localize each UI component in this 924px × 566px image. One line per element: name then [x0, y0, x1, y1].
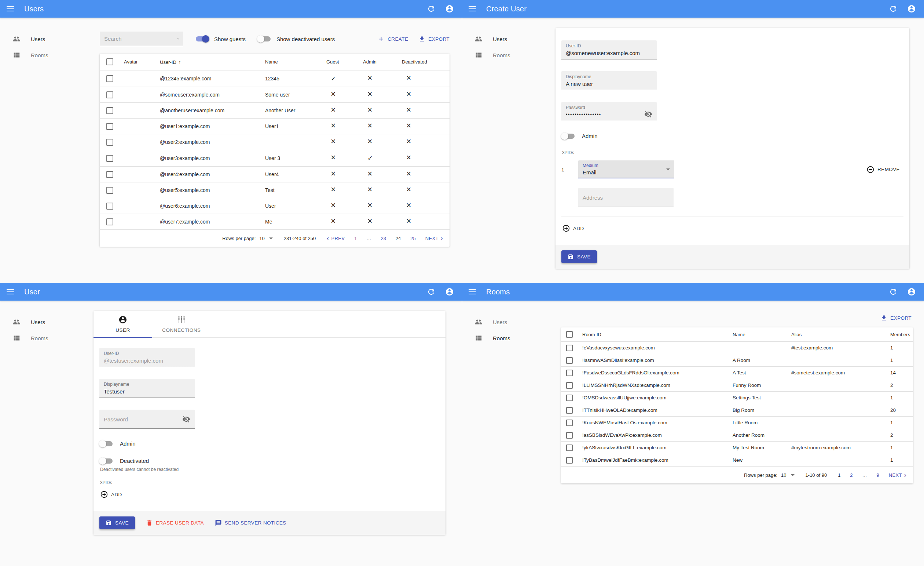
- row-checkbox[interactable]: [566, 370, 573, 376]
- show-guests-toggle[interactable]: [196, 36, 208, 42]
- row-checkbox[interactable]: [566, 420, 573, 426]
- row-checkbox[interactable]: [566, 345, 573, 351]
- row-checkbox[interactable]: [566, 382, 573, 389]
- rows-per-page-select[interactable]: Rows per page: 10: [744, 473, 795, 478]
- row-checkbox[interactable]: [106, 187, 113, 194]
- sidebar-item-rooms[interactable]: Rooms: [0, 47, 88, 63]
- row-checkbox[interactable]: [106, 139, 113, 146]
- password-field[interactable]: Password ••••••••••••••••: [561, 102, 657, 121]
- refresh-icon[interactable]: [427, 288, 436, 296]
- sidebar-item-rooms[interactable]: Rooms: [462, 330, 550, 346]
- next-button[interactable]: NEXT›: [889, 473, 906, 478]
- column-header-admin[interactable]: Admin: [360, 54, 399, 71]
- save-button[interactable]: SAVE: [561, 250, 597, 263]
- row-checkbox[interactable]: [106, 107, 113, 114]
- row-checkbox[interactable]: [566, 394, 573, 401]
- row-checkbox[interactable]: [106, 75, 113, 82]
- table-row[interactable]: @user6:example.comUser×××: [100, 198, 450, 214]
- page-number[interactable]: 25: [410, 236, 416, 241]
- export-button[interactable]: EXPORT: [418, 36, 450, 42]
- column-header-members[interactable]: Members: [887, 327, 913, 342]
- row-checkbox[interactable]: [106, 92, 113, 98]
- erase-user-data-button[interactable]: ERASE USER DATA: [146, 519, 204, 526]
- displayname-field[interactable]: Displayname Testuser: [99, 379, 195, 398]
- page-number[interactable]: 2: [850, 473, 852, 478]
- next-button[interactable]: NEXT›: [425, 236, 443, 241]
- hamburger-menu-icon[interactable]: [469, 6, 476, 11]
- table-row[interactable]: @user5:example.comTest×××: [100, 182, 450, 198]
- show-deactivated-toggle[interactable]: [258, 36, 271, 42]
- account-circle-icon[interactable]: [907, 5, 916, 13]
- add-threepid-button[interactable]: ADD: [562, 224, 584, 232]
- admin-toggle[interactable]: [100, 441, 112, 446]
- row-checkbox[interactable]: [566, 444, 573, 451]
- sidebar-item-rooms[interactable]: Rooms: [462, 47, 550, 63]
- page-number[interactable]: 1: [354, 236, 357, 241]
- table-row[interactable]: !ykAStwxasdwsKkxGILL:example.comMy Test …: [561, 441, 913, 454]
- user-id-field[interactable]: User-ID @somenewuser:example.com: [561, 41, 657, 59]
- password-field[interactable]: Password: [99, 409, 195, 429]
- column-header-name[interactable]: Name: [262, 54, 323, 71]
- row-checkbox[interactable]: [566, 432, 573, 439]
- refresh-icon[interactable]: [889, 288, 898, 296]
- account-circle-icon[interactable]: [907, 288, 916, 296]
- table-row[interactable]: !asSBSlsdWEvaXwPk:example.comAnother Roo…: [561, 429, 913, 441]
- column-header-room-id[interactable]: Room-ID: [579, 327, 730, 342]
- sidebar-item-users[interactable]: Users: [0, 314, 88, 330]
- refresh-icon[interactable]: [427, 5, 436, 13]
- prev-button[interactable]: ‹PREV: [327, 236, 345, 241]
- export-button[interactable]: EXPORT: [880, 315, 912, 322]
- visibility-off-icon[interactable]: [644, 110, 652, 118]
- tab-connections[interactable]: CONNECTIONS: [152, 311, 211, 337]
- table-row[interactable]: @user4:example.comUser4×××: [100, 167, 450, 182]
- visibility-off-icon[interactable]: [182, 415, 190, 423]
- row-checkbox[interactable]: [566, 457, 573, 464]
- table-row[interactable]: @user7:example.comMe×××: [100, 214, 450, 230]
- refresh-icon[interactable]: [889, 5, 898, 13]
- row-checkbox[interactable]: [566, 357, 573, 364]
- table-row[interactable]: @user2:example.com×××: [100, 134, 450, 150]
- row-checkbox[interactable]: [106, 218, 113, 225]
- remove-threepid-button[interactable]: REMOVE: [866, 166, 900, 174]
- hamburger-menu-icon[interactable]: [469, 289, 476, 294]
- admin-toggle[interactable]: [562, 134, 574, 139]
- displayname-field[interactable]: Displayname A new user: [561, 71, 657, 90]
- select-all-checkbox[interactable]: [566, 331, 573, 338]
- save-button[interactable]: SAVE: [99, 516, 135, 529]
- table-row[interactable]: !LLIMSSNHrhRjsdWNXsd:example.comFunny Ro…: [561, 379, 913, 391]
- row-checkbox[interactable]: [106, 155, 113, 162]
- table-row[interactable]: !TTnlslkHHweOLAD:example.comBig Room20: [561, 404, 913, 417]
- page-number[interactable]: 23: [381, 236, 386, 241]
- page-number[interactable]: 9: [877, 473, 879, 478]
- table-row[interactable]: @user3:example.comUser 3×✓×: [100, 150, 450, 167]
- table-row[interactable]: @someuser:example.comSome user×××: [100, 87, 450, 103]
- search-input[interactable]: [104, 36, 177, 42]
- sidebar-item-users[interactable]: Users: [0, 31, 88, 47]
- row-checkbox[interactable]: [106, 123, 113, 130]
- table-row[interactable]: !lasmnwASmDllasi:example.comA Room1: [561, 354, 913, 367]
- row-checkbox[interactable]: [566, 407, 573, 414]
- rows-per-page-select[interactable]: Rows per page: 10: [222, 236, 273, 241]
- table-row[interactable]: !TyBasDmwelJdfFaeBmk:example.comNew1: [561, 454, 913, 467]
- column-header-deactivated[interactable]: Deactivated: [399, 54, 450, 71]
- row-checkbox[interactable]: [106, 203, 113, 209]
- account-circle-icon[interactable]: [445, 288, 454, 296]
- sidebar-item-users[interactable]: Users: [462, 31, 550, 47]
- table-row[interactable]: @12345:example.com12345✓××: [100, 71, 450, 87]
- medium-select[interactable]: Medium Email: [578, 160, 674, 178]
- table-row[interactable]: @anotheruser:example.comAnother User×××: [100, 103, 450, 119]
- tab-user[interactable]: USER: [93, 311, 152, 337]
- column-header-name[interactable]: Name: [730, 327, 788, 342]
- table-row[interactable]: @user1:example.comUser1×××: [100, 119, 450, 134]
- account-circle-icon[interactable]: [445, 5, 454, 13]
- select-all-checkbox[interactable]: [106, 58, 113, 65]
- column-header-alias[interactable]: Alias: [788, 327, 887, 342]
- send-server-notices-button[interactable]: SEND SERVER NOTICES: [215, 519, 286, 526]
- row-checkbox[interactable]: [106, 171, 113, 178]
- create-button[interactable]: CREATE: [378, 36, 408, 42]
- hamburger-menu-icon[interactable]: [7, 6, 14, 11]
- add-threepid-button[interactable]: ADD: [100, 491, 122, 498]
- sidebar-item-rooms[interactable]: Rooms: [0, 330, 88, 346]
- deactivated-toggle[interactable]: [100, 458, 112, 464]
- sidebar-item-users[interactable]: Users: [462, 314, 550, 330]
